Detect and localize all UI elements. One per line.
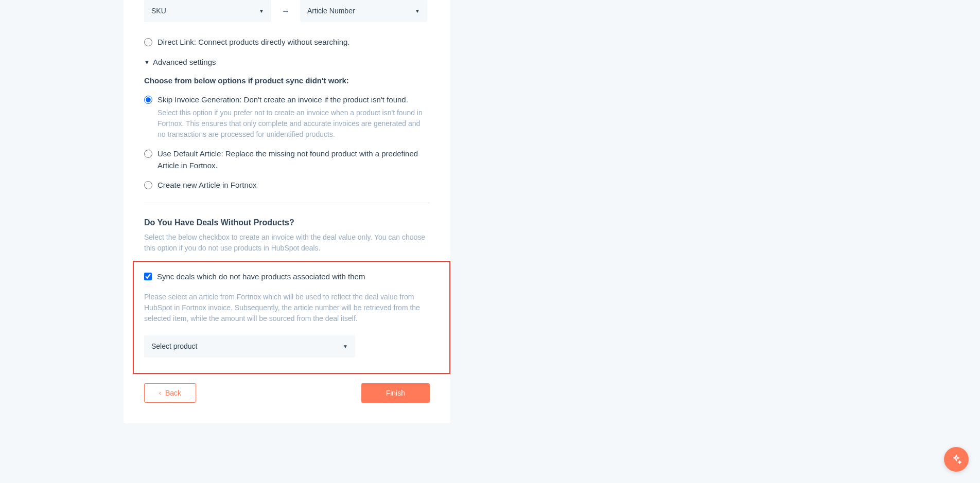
default-article-radio[interactable]: [144, 150, 152, 158]
advanced-settings-label: Advanced settings: [153, 57, 216, 68]
chevron-left-icon: ‹: [159, 389, 161, 397]
back-button-label: Back: [165, 389, 181, 397]
select-product-dropdown[interactable]: Select product ▼: [144, 335, 355, 357]
default-article-label[interactable]: Use Default Article: Replace the missing…: [157, 149, 418, 170]
finish-button[interactable]: Finish: [361, 383, 430, 403]
finish-button-label: Finish: [386, 389, 405, 397]
target-field-value: Article Number: [307, 6, 355, 16]
section-divider: [144, 203, 430, 203]
create-article-label[interactable]: Create new Article in Fortnox: [157, 181, 257, 189]
sync-deals-checkbox[interactable]: [144, 273, 152, 280]
sync-deals-label[interactable]: Sync deals which do not have products as…: [157, 271, 365, 283]
skip-invoice-radio[interactable]: [144, 96, 152, 104]
caret-down-icon: ▼: [415, 7, 420, 15]
target-field-dropdown[interactable]: Article Number ▼: [300, 0, 427, 22]
triangle-down-icon: ▼: [144, 58, 150, 67]
nav-button-row: ‹ Back Finish: [144, 383, 430, 403]
direct-link-label[interactable]: Direct Link: Connect products directly w…: [157, 37, 350, 48]
advanced-settings-toggle[interactable]: ▼ Advanced settings: [144, 57, 430, 68]
default-article-option: Use Default Article: Replace the missing…: [144, 148, 430, 171]
create-article-radio[interactable]: [144, 181, 152, 189]
source-field-value: SKU: [151, 6, 166, 16]
highlighted-sync-box: Sync deals which do not have products as…: [133, 261, 450, 374]
back-button[interactable]: ‹ Back: [144, 383, 196, 403]
direct-link-option: Direct Link: Connect products directly w…: [144, 37, 430, 48]
mapping-dropdown-row: SKU ▼ → Article Number ▼: [144, 0, 430, 22]
caret-down-icon: ▼: [343, 343, 348, 350]
select-product-value: Select product: [151, 341, 198, 352]
skip-invoice-label[interactable]: Skip Invoice Generation: Don't create an…: [157, 95, 408, 104]
create-article-option: Create new Article in Fortnox: [144, 180, 430, 191]
direct-link-radio[interactable]: [144, 38, 152, 46]
skip-invoice-option: Skip Invoice Generation: Don't create an…: [144, 94, 430, 140]
arrow-right-icon: →: [282, 5, 290, 17]
caret-down-icon: ▼: [259, 7, 264, 15]
deals-desc: Select the below checkbox to create an i…: [144, 232, 430, 254]
source-field-dropdown[interactable]: SKU ▼: [144, 0, 271, 22]
sync-deals-desc: Please select an article from Fortnox wh…: [144, 292, 439, 324]
skip-invoice-desc: Select this option if you prefer not to …: [157, 108, 430, 140]
deals-heading: Do You Have Deals Without Products?: [144, 217, 430, 229]
sync-deals-checkbox-row: Sync deals which do not have products as…: [144, 271, 439, 283]
settings-card: SKU ▼ → Article Number ▼ Direct Link: Co…: [124, 0, 450, 423]
fallback-heading: Choose from below options if product syn…: [144, 75, 430, 87]
